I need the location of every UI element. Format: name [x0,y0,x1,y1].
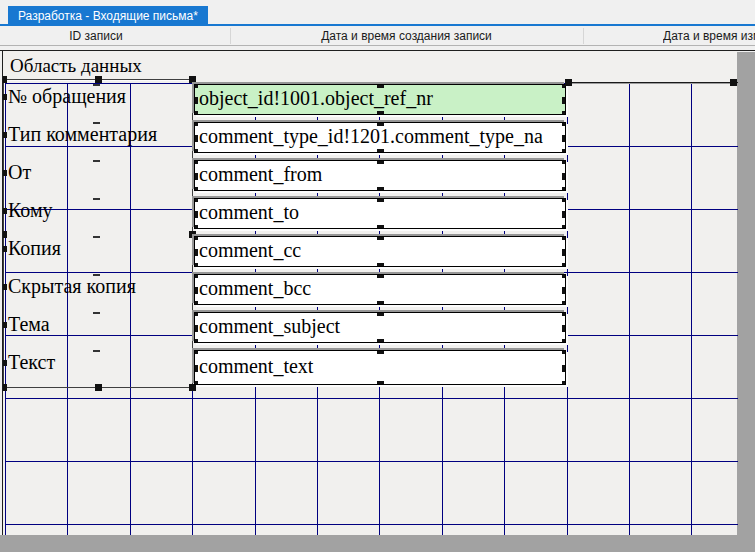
selection-handle[interactable] [565,79,572,86]
selection-handle[interactable] [2,322,7,328]
field-label[interactable]: Текст [3,350,192,380]
selection-handle[interactable] [194,312,198,316]
selection-handle[interactable] [194,339,198,343]
field-box-comment-bcc[interactable]: comment_bcc [194,274,566,305]
selection-handle[interactable] [194,187,198,191]
selection-handle[interactable] [2,246,7,252]
column-header-created[interactable]: Дата и время создания записи [230,29,583,45]
selection-handle[interactable] [562,312,566,316]
selection-handle[interactable] [2,94,7,100]
selection-handle[interactable] [562,122,566,126]
selection-handle[interactable] [377,350,384,354]
selection-handle[interactable] [562,198,566,202]
selection-handle[interactable] [377,312,384,316]
field-label[interactable]: Копия [3,236,192,266]
selection-handle[interactable] [562,249,566,256]
selection-handle[interactable] [562,350,566,354]
selection-handle[interactable] [377,274,384,278]
field-label[interactable]: Тема [3,312,192,342]
selection-handle[interactable] [377,187,384,191]
field-box-comment-cc[interactable]: comment_cc [194,236,566,267]
field-box-comment-from[interactable]: comment_from [194,160,566,191]
design-canvas[interactable]: Область данных № обращения Тип комментар… [2,51,738,535]
selection-handle[interactable] [194,149,198,153]
selection-handle[interactable] [2,76,7,83]
selection-handle[interactable] [95,384,102,391]
selection-handle[interactable] [194,135,198,142]
selection-handle[interactable] [194,198,198,202]
selection-handle[interactable] [562,325,566,332]
selection-handle[interactable] [194,274,198,278]
band-title[interactable]: Область данных [10,55,142,77]
selection-handle[interactable] [562,274,566,278]
field-label[interactable]: № обращения [3,84,192,114]
field-box-comment-subject[interactable]: comment_subject [194,312,566,343]
selection-handle[interactable] [2,284,7,290]
selection-handle[interactable] [194,225,198,229]
selection-handle[interactable] [194,122,198,126]
selection-handle[interactable] [562,339,566,343]
field-box-comment-to[interactable]: comment_to [194,198,566,229]
selection-handle[interactable] [377,149,384,153]
selection-handle[interactable] [562,173,566,180]
selection-handle[interactable] [730,79,737,86]
tab-development[interactable]: Разработка - Входящие письма* [8,6,208,26]
selection-handle[interactable] [377,225,384,229]
selection-handle[interactable] [377,381,384,385]
selection-handle[interactable] [562,187,566,191]
column-header-modified[interactable]: Дата и время изм [663,29,755,45]
selection-handle[interactable] [2,384,7,391]
selection-handle[interactable] [377,198,384,202]
selection-handle[interactable] [2,208,7,214]
selection-handle[interactable] [2,360,7,366]
selection-handle[interactable] [562,149,566,153]
band-separator-line[interactable] [567,82,738,84]
selection-handle[interactable] [194,84,198,88]
selection-handle[interactable] [377,160,384,164]
selection-handle[interactable] [194,236,198,240]
selection-handle[interactable] [377,263,384,267]
selection-handle[interactable] [562,263,566,267]
selection-handle[interactable] [189,76,196,83]
selection-handle[interactable] [562,111,566,115]
selection-handle[interactable] [377,111,384,115]
field-label[interactable]: Тип комментария [3,122,192,152]
selection-handle[interactable] [2,132,7,138]
selection-handle[interactable] [562,225,566,229]
column-header-record-id[interactable]: ID записи [0,29,192,45]
selection-handle[interactable] [194,173,198,180]
field-label[interactable]: От [3,160,192,190]
selection-handle[interactable] [189,384,196,391]
selection-handle[interactable] [562,160,566,164]
selection-handle[interactable] [194,287,198,294]
selection-handle[interactable] [562,287,566,294]
selection-handle[interactable] [194,325,198,332]
selection-handle[interactable] [562,211,566,218]
selection-handle[interactable] [2,170,7,176]
field-label[interactable]: Скрытая копия [3,274,192,304]
field-box-comment-text[interactable]: comment_text [194,350,566,385]
selection-handle[interactable] [194,211,198,218]
selection-handle[interactable] [95,76,102,83]
selection-handle[interactable] [377,122,384,126]
selection-handle[interactable] [377,301,384,305]
selection-handle[interactable] [194,97,198,104]
selection-handle[interactable] [562,381,566,385]
selection-handle[interactable] [562,135,566,142]
selection-handle[interactable] [194,249,198,256]
selection-handle[interactable] [194,301,198,305]
selection-handle[interactable] [377,84,384,88]
selection-handle[interactable] [562,236,566,240]
selection-handle[interactable] [194,365,198,372]
selection-handle[interactable] [562,301,566,305]
selection-handle[interactable] [194,263,198,267]
selection-handle[interactable] [377,339,384,343]
field-box-object-ref[interactable]: object_id!1001.object_ref_nr [194,84,566,115]
selection-handle[interactable] [194,111,198,115]
selection-handle[interactable] [194,381,198,385]
selection-handle[interactable] [194,160,198,164]
selection-handle[interactable] [562,97,566,104]
selection-handle[interactable] [194,350,198,354]
selection-handle[interactable] [377,236,384,240]
selection-handle[interactable] [562,365,566,372]
